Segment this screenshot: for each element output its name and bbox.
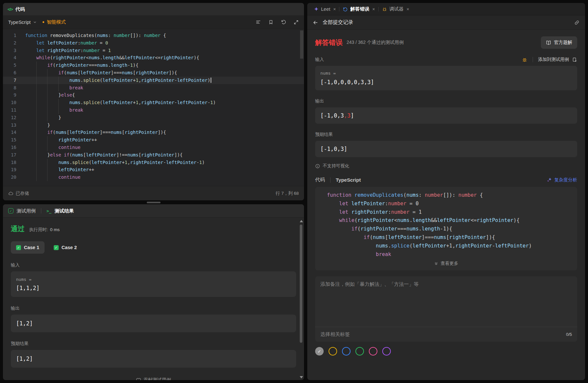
no-visualization-note: 不支持可视化 — [315, 163, 577, 169]
link-icon[interactable] — [574, 20, 580, 26]
mode-dot-icon — [43, 21, 44, 23]
tests-scrollbar[interactable] — [299, 219, 303, 379]
tab-bug[interactable]: 调试器× — [379, 3, 413, 15]
note-placeholder[interactable]: 添加备注，例如「暴力解法」、「方法一」等 — [315, 276, 577, 327]
right-tabbar: Leet×解答错误×调试器× — [307, 3, 585, 15]
line-number: 2 — [3, 39, 25, 47]
expand-icon[interactable] — [294, 20, 299, 25]
tags-placeholder: 选择相关标签 — [320, 331, 350, 337]
case-label: Case 1 — [24, 245, 39, 250]
tag-color-dot[interactable] — [355, 347, 364, 356]
code-line: 12 } — [3, 114, 304, 121]
code-line: 3 let rightPointer:number = 1 — [3, 47, 304, 54]
checkbox-icon: ✓ — [8, 208, 13, 213]
line-number: 10 — [3, 99, 25, 106]
add-to-testcase-link[interactable]: 添加到测试用例 — [538, 57, 569, 63]
official-solution-button[interactable]: 官方题解 — [541, 36, 577, 49]
input-value[interactable]: [1,1,2] — [16, 285, 291, 291]
code-line: nums.splice(leftPointer+1,rightPointer-l… — [315, 242, 577, 250]
mode-label: 智能模式 — [47, 19, 66, 25]
code-line: 7 nums.splice(leftPointer+1,rightPointer… — [3, 77, 304, 84]
submissions-subheader: 全部提交记录 — [307, 15, 585, 30]
code-editor-panel: </> 代码 TypeScript 智能模式 — [3, 3, 304, 200]
divider — [41, 208, 41, 213]
tag-color-dot[interactable] — [382, 347, 391, 356]
language-selector[interactable]: TypeScript — [8, 20, 37, 25]
tags-selector[interactable]: 选择相关标签 0/5 — [315, 327, 577, 342]
undo-icon[interactable] — [281, 19, 286, 25]
subheader-title: 全部提交记录 — [323, 19, 353, 26]
result-title-row: 解答错误 243 / 362 个通过的测试用例 官方题解 — [315, 36, 577, 49]
format-lines-icon[interactable] — [256, 19, 261, 25]
chevrons-down-icon — [434, 262, 438, 266]
code-line: 15 rightPointer++ — [3, 136, 304, 144]
save-status: 已存储 — [16, 191, 29, 196]
tab-testresult[interactable]: 测试结果 — [55, 208, 74, 214]
case-label: Case 2 — [62, 245, 77, 250]
tag-color-dot[interactable] — [329, 347, 337, 356]
tab-history[interactable]: 解答错误× — [339, 3, 378, 15]
back-arrow-icon[interactable] — [313, 20, 318, 26]
app-root: </> 代码 TypeScript 智能模式 — [0, 0, 588, 383]
submitted-code-box: function removeDuplicates(nums: number[]… — [315, 187, 577, 270]
close-icon[interactable]: × — [407, 7, 409, 12]
code-lines: 1function removeDuplicates(nums: number[… — [3, 32, 304, 181]
tag-color-dot[interactable] — [342, 347, 351, 356]
code-line: 4 while(rightPointer<nums.length&&leftPo… — [3, 54, 304, 62]
complexity-analysis-link[interactable]: 复杂度分析 — [547, 177, 577, 183]
result-expected-label: 预期结果 — [315, 132, 333, 137]
verdict-passed: 通过 — [11, 224, 25, 233]
code-line: 10 nums.splice(leftPointer+1,rightPointe… — [3, 99, 304, 106]
cloud-icon — [8, 191, 13, 196]
tag-color-dot[interactable] — [369, 347, 377, 356]
editor-actions — [256, 19, 299, 25]
line-number: 5 — [3, 62, 25, 69]
case-tab[interactable]: ✓Case 1 — [11, 241, 45, 254]
tab-sparkle[interactable]: Leet× — [311, 3, 339, 15]
contribute-testcase-link[interactable]: 贡献测试用例 — [11, 377, 296, 380]
scroll-up-icon[interactable] — [300, 220, 303, 222]
view-more-link[interactable]: 查看更多 — [315, 259, 577, 268]
tests-body: 通过 执行用时: 0 ms ✓Case 1✓Case 2 输入 nums = [… — [3, 218, 304, 380]
code-editor[interactable]: 1function removeDuplicates(nums: number[… — [3, 29, 304, 186]
divider — [330, 177, 331, 183]
close-icon[interactable]: × — [333, 7, 336, 12]
text-cursor — [211, 78, 211, 83]
close-icon[interactable]: × — [372, 7, 375, 12]
code-line: 6 if(nums[leftPointer]===nums[rightPoint… — [3, 69, 304, 77]
panel-resize-handle[interactable] — [3, 200, 304, 204]
complexity-analysis-label: 复杂度分析 — [554, 177, 577, 183]
code-line: 18 nums.splice(leftPointer+1,rightPointe… — [3, 159, 304, 166]
case-tab[interactable]: ✓Case 2 — [48, 241, 82, 254]
result-input-box: nums = [-1,0,0,0,0,3,3] — [315, 66, 577, 90]
code-line: let rightPointer:number = 1 — [315, 208, 577, 217]
bug-icon — [382, 7, 387, 12]
expected-box: [1,2] — [11, 350, 296, 368]
input-label: 输入 — [11, 262, 296, 268]
bug-icon[interactable] — [522, 57, 527, 63]
smart-mode-indicator[interactable]: 智能模式 — [43, 19, 66, 25]
result-output-label: 输出 — [315, 98, 324, 104]
editor-statusbar: 已存储 行 7，列 68 — [3, 186, 304, 200]
editor-scrollbar[interactable] — [300, 30, 303, 59]
divider — [533, 57, 533, 62]
panel-title-code: 代码 — [15, 6, 25, 12]
result-body: 解答错误 243 / 362 个通过的测试用例 官方题解 输入 添加到测试用例 … — [307, 30, 585, 380]
code-icon: </> — [8, 7, 13, 12]
scroll-thumb[interactable] — [300, 225, 302, 343]
editor-toolbar: TypeScript 智能模式 — [3, 15, 304, 29]
official-solution-label: 官方题解 — [554, 40, 572, 46]
scroll-down-icon[interactable] — [300, 376, 303, 378]
contribute-label: 贡献测试用例 — [143, 377, 171, 380]
line-number: 9 — [3, 91, 25, 99]
code-section-label: 代码 — [315, 177, 325, 183]
note-editor[interactable]: 添加备注，例如「暴力解法」、「方法一」等 选择相关标签 0/5 — [315, 276, 577, 342]
runtime-value: 0 ms — [50, 227, 60, 232]
output-box: [1,2] — [11, 315, 296, 332]
add-to-list-icon[interactable] — [572, 57, 577, 62]
resize-pill[interactable] — [147, 202, 161, 203]
input-box[interactable]: nums = [1,1,2] — [11, 271, 296, 297]
tag-color-selected[interactable]: ✓ — [315, 347, 324, 356]
bookmark-icon[interactable] — [268, 20, 274, 25]
tab-testcases[interactable]: 测试用例 — [17, 208, 36, 214]
